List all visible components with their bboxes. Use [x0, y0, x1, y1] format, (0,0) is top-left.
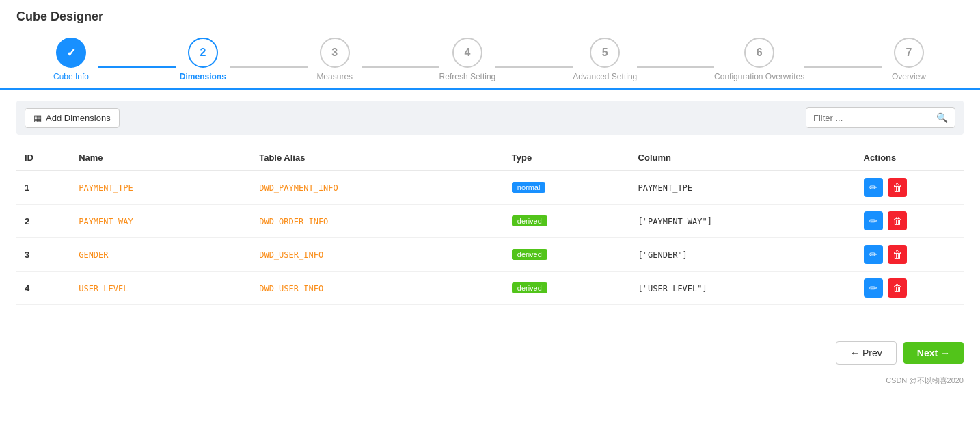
connector-6-7: [804, 66, 882, 68]
cell-column: ["USER_LEVEL"]: [630, 272, 856, 305]
step-7[interactable]: 7 Overview: [882, 38, 936, 81]
connector-2-3: [230, 66, 308, 68]
delete-button[interactable]: 🗑: [888, 245, 907, 264]
cell-actions: ✏ 🗑: [856, 170, 964, 205]
table-body: 1 PAYMENT_TPE DWD_PAYMENT_INFO normal PA…: [16, 170, 964, 305]
step-6[interactable]: 6 Configuration Overwrites: [714, 38, 804, 81]
cell-name: GENDER: [70, 238, 251, 272]
cell-column: ["GENDER"]: [630, 238, 856, 272]
search-icon[interactable]: 🔍: [929, 108, 955, 127]
col-header-column: Column: [630, 146, 856, 170]
cell-alias: DWD_ORDER_INFO: [251, 205, 504, 238]
step-label-6: Configuration Overwrites: [714, 72, 804, 81]
cell-type: derived: [504, 272, 630, 305]
cell-type: derived: [504, 205, 630, 238]
connector-1-2: [98, 66, 176, 68]
cell-name: PAYMENT_TPE: [70, 170, 251, 205]
step-circle-3: 3: [320, 38, 350, 68]
watermark: CSDN @不以物喜2020: [0, 375, 980, 390]
edit-button[interactable]: ✏: [864, 211, 883, 230]
cell-type: derived: [504, 238, 630, 272]
edit-button[interactable]: ✏: [864, 245, 883, 264]
page-wrapper: Cube Designer ✓ Cube Info 2 Dimensions 3…: [0, 0, 980, 422]
table-row: 1 PAYMENT_TPE DWD_PAYMENT_INFO normal PA…: [16, 170, 964, 205]
cell-alias: DWD_USER_INFO: [251, 272, 504, 305]
col-header-type: Type: [504, 146, 630, 170]
step-circle-4: 4: [452, 38, 482, 68]
step-3[interactable]: 3 Measures: [308, 38, 362, 81]
filter-input[interactable]: [806, 109, 929, 127]
step-circle-2: 2: [188, 38, 218, 68]
step-circle-7: 7: [894, 38, 924, 68]
dimensions-table: ID Name Table Alias Type Column Actions …: [16, 146, 964, 305]
footer: ← Prev Next →: [0, 330, 980, 375]
cell-column: ["PAYMENT_WAY"]: [630, 205, 856, 238]
step-label-5: Advanced Setting: [573, 72, 637, 81]
step-2[interactable]: 2 Dimensions: [176, 38, 230, 81]
connector-4-5: [495, 66, 573, 68]
cell-actions: ✏ 🗑: [856, 238, 964, 272]
next-button[interactable]: Next →: [903, 342, 964, 364]
cell-alias: DWD_USER_INFO: [251, 238, 504, 272]
step-1[interactable]: ✓ Cube Info: [44, 38, 98, 81]
cell-actions: ✏ 🗑: [856, 205, 964, 238]
toolbar: ▦ Add Dimensions 🔍: [16, 101, 964, 135]
col-header-alias: Table Alias: [251, 146, 504, 170]
cell-name: PAYMENT_WAY: [70, 205, 251, 238]
add-dimensions-label: Add Dimensions: [46, 113, 111, 123]
step-circle-6: 6: [744, 38, 774, 68]
delete-button[interactable]: 🗑: [888, 178, 907, 197]
col-header-id: ID: [16, 146, 70, 170]
main-content: ▦ Add Dimensions 🔍 ID Name Table Alias T…: [0, 90, 980, 316]
step-label-7: Overview: [892, 72, 926, 81]
header-row: ID Name Table Alias Type Column Actions: [16, 146, 964, 170]
cell-id: 1: [16, 170, 70, 205]
step-circle-5: 5: [590, 38, 620, 68]
step-circle-1: ✓: [56, 38, 86, 68]
prev-button[interactable]: ← Prev: [836, 341, 897, 365]
cell-actions: ✏ 🗑: [856, 272, 964, 305]
checkmark-icon: ✓: [66, 45, 77, 60]
step-label-2: Dimensions: [180, 72, 226, 81]
col-header-actions: Actions: [856, 146, 964, 170]
edit-button[interactable]: ✏: [864, 278, 883, 298]
cell-alias: DWD_PAYMENT_INFO: [251, 170, 504, 205]
connector-3-4: [362, 66, 439, 68]
connector-5-6: [637, 66, 714, 68]
cell-column: PAYMENT_TPE: [630, 170, 856, 205]
cell-id: 2: [16, 205, 70, 238]
stepper: ✓ Cube Info 2 Dimensions 3 Measures 4 Re…: [16, 38, 964, 81]
cell-type: normal: [504, 170, 630, 205]
step-4[interactable]: 4 Refresh Setting: [439, 38, 496, 81]
filter-wrapper: 🔍: [806, 107, 955, 128]
col-header-name: Name: [70, 146, 251, 170]
cell-id: 3: [16, 238, 70, 272]
step-label-4: Refresh Setting: [439, 72, 496, 81]
page-title: Cube Designer: [16, 10, 964, 24]
delete-button[interactable]: 🗑: [888, 278, 907, 298]
cell-name: USER_LEVEL: [70, 272, 251, 305]
table-header: ID Name Table Alias Type Column Actions: [16, 146, 964, 170]
page-header: Cube Designer ✓ Cube Info 2 Dimensions 3…: [0, 0, 980, 90]
table-row: 2 PAYMENT_WAY DWD_ORDER_INFO derived ["P…: [16, 205, 964, 238]
table-icon: ▦: [33, 113, 42, 123]
edit-button[interactable]: ✏: [864, 178, 883, 197]
step-label-1: Cube Info: [53, 72, 89, 81]
cell-id: 4: [16, 272, 70, 305]
step-5[interactable]: 5 Advanced Setting: [573, 38, 637, 81]
delete-button[interactable]: 🗑: [888, 211, 907, 230]
add-dimensions-button[interactable]: ▦ Add Dimensions: [25, 108, 120, 128]
table-row: 3 GENDER DWD_USER_INFO derived ["GENDER"…: [16, 238, 964, 272]
step-label-3: Measures: [316, 72, 353, 81]
table-row: 4 USER_LEVEL DWD_USER_INFO derived ["USE…: [16, 272, 964, 305]
